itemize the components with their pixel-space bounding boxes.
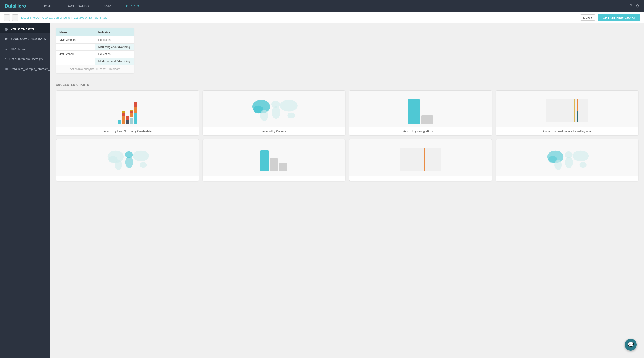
chart-preview-row2-1 [56,139,199,176]
table-row: Marketing and Advertising [56,43,134,51]
monitor-icon[interactable]: ⊡ [12,14,18,21]
svg-rect-7 [546,99,588,122]
table-row: Marketing and Advertising [56,58,134,65]
charts-grid-row1: Amount by Lead Source by Create date [56,90,638,136]
chart-label-4: Amount by Lead Source by lastLogin_at [496,127,638,135]
top-navigation: DataHero HOME DASHBOARDS DATA CHARTS ? ⚙ [0,0,644,12]
sidebar-your-charts: ◕ YOUR CHARTS [0,23,50,33]
cell-name-2: Jeff Graham [56,51,95,57]
table-row: Jeff Graham Education [56,51,134,58]
chart-card-needle[interactable]: Amount by Lead Source by lastLogin_at [496,90,639,136]
svg-point-6 [287,113,295,119]
chart-label-2: Amount by Country [203,127,346,135]
suggested-charts-title: SUGGESTED CHARTS [56,83,638,87]
list-icon: ≡ [4,57,7,61]
table-row: Myra Ameigh Education [56,36,134,43]
nav-items: HOME DASHBOARDS DATA CHARTS [35,0,630,12]
svg-point-4 [272,106,280,119]
chart-label-1: Amount by Lead Source by Create date [56,127,199,135]
chart-label-row2-3 [349,176,492,181]
table-caption: Actionable Analytics: Hubspot + Intercom [56,65,134,73]
combined-icon: ⊗ [4,37,8,41]
svg-rect-19 [400,148,441,171]
cell-industry-2: Education [95,51,134,57]
sub-header-icons: ⊞ ⊡ [4,14,18,21]
sub-header: ⊞ ⊡ List of Intercom Users… combined wit… [0,12,644,23]
chart-preview-row2-3 [349,139,492,176]
sub-header-right: More ▾ CREATE NEW CHART [580,14,640,21]
star-icon: ★ [4,47,8,51]
cell-industry-1: Education [95,36,134,43]
chart-card-row2-3[interactable] [349,139,492,181]
column-name-header: Name [56,28,95,36]
cell-industry-2b: Marketing and Advertising [95,58,134,65]
sidebar-item-intercom-users[interactable]: ≡ List of Intercom Users (2) [0,54,50,64]
svg-point-16 [125,157,133,168]
chart-preview-single-bar [349,91,492,127]
svg-point-26 [565,157,573,168]
chart-card-stacked-bar[interactable]: Amount by Lead Source by Create date [56,90,199,136]
chart-card-row2-4[interactable] [496,139,639,181]
chart-label-row2-4 [496,176,638,181]
chart-preview-needle [496,91,638,127]
help-icon[interactable]: ? [630,4,632,8]
sidebar-item-datahero-sample[interactable]: ▣ DataHero_Sample_Intercom_… [0,64,50,74]
more-button[interactable]: More ▾ [580,14,596,21]
nav-charts[interactable]: CHARTS [119,0,146,12]
chart-preview-stacked-bar [56,91,199,127]
chat-bubble-button[interactable]: 💬 [625,339,637,351]
column-industry-header: Industry [95,28,134,36]
monitor-small-icon: ▣ [4,67,8,71]
bar-chart-visual [59,95,196,125]
charts-grid-row2 [56,139,638,181]
single-bar-visual [408,95,433,125]
pie-chart-icon: ◕ [4,27,8,31]
sidebar-combined-data: ⊗ YOUR COMBINED DATA [0,33,50,44]
chart-preview-row2-2 [203,139,346,176]
svg-point-14 [115,160,122,170]
cell-name-empty-2 [56,58,95,65]
divider [56,79,638,79]
sub-header-title: List of Intercom Users… combined with Da… [21,16,580,19]
svg-point-2 [260,110,268,121]
svg-point-18 [140,162,147,168]
chart-label-3: Amount by sendgridAccount [349,127,492,135]
main-layout: ◕ YOUR CHARTS ⊗ YOUR COMBINED DATA ★ All… [0,23,644,358]
svg-point-24 [554,160,562,170]
logo[interactable]: DataHero [4,3,26,9]
data-preview-table: Name Industry Myra Ameigh Education Mark… [56,28,134,73]
cell-name-1: Myra Ameigh [56,36,95,43]
nav-right: ? ⚙ [630,3,640,8]
chart-card-row2-1[interactable] [56,139,199,181]
main-content: Name Industry Myra Ameigh Education Mark… [50,23,644,358]
chart-preview-row2-4 [496,139,638,176]
svg-point-17 [133,151,149,161]
table-header: Name Industry [56,28,134,36]
nav-data[interactable]: DATA [96,0,119,12]
svg-point-28 [579,162,586,168]
svg-point-5 [280,100,298,111]
nav-dashboards[interactable]: DASHBOARDS [60,0,96,12]
chart-label-row2-1 [56,176,199,181]
cell-name-empty [56,43,95,50]
svg-point-27 [572,151,589,161]
create-new-chart-button[interactable]: CREATE NEW CHART [598,14,640,21]
chart-card-row2-2[interactable] [203,139,346,181]
sidebar: ◕ YOUR CHARTS ⊗ YOUR COMBINED DATA ★ All… [0,23,50,358]
chart-card-map[interactable]: Amount by Country [203,90,346,136]
grid-icon[interactable]: ⊞ [4,14,10,21]
chart-preview-map [203,91,346,127]
nav-home[interactable]: HOME [35,0,60,12]
settings-icon[interactable]: ⚙ [636,3,640,8]
chart-label-row2-2 [203,176,346,181]
chart-card-single-bar[interactable]: Amount by sendgridAccount [349,90,492,136]
sidebar-item-all-columns[interactable]: ★ All Columns [0,44,50,54]
map-visual [206,95,343,125]
cell-industry-1b: Marketing and Advertising [95,43,134,50]
